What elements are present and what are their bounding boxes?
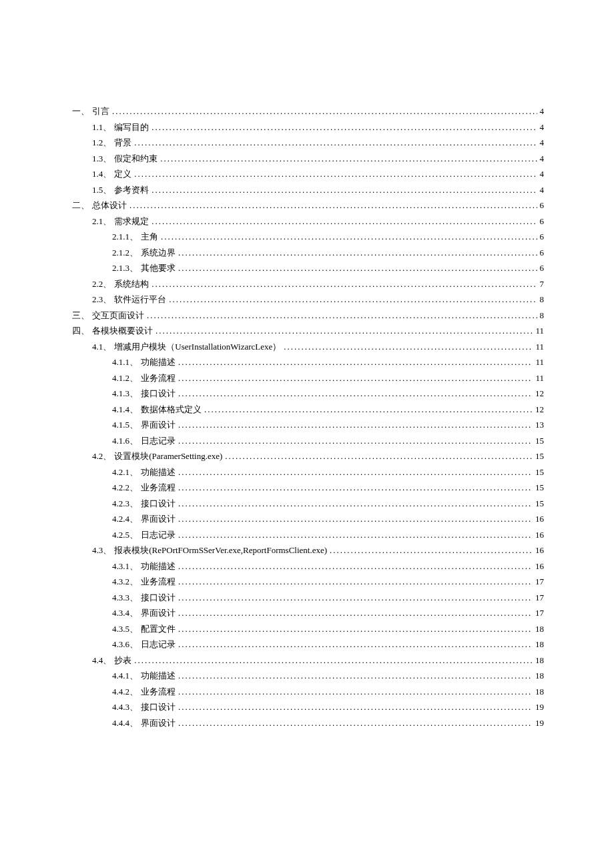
toc-entry[interactable]: 4.2.5、日志记录16 xyxy=(72,527,544,543)
toc-entry[interactable]: 4.2.2、业务流程15 xyxy=(72,480,544,496)
toc-page-number: 15 xyxy=(535,448,544,464)
toc-entry[interactable]: 4.2.4、界面设计16 xyxy=(72,511,544,527)
toc-number: 1.1、 xyxy=(92,119,111,135)
toc-number: 4.2.2、 xyxy=(112,480,138,496)
toc-page-number: 15 xyxy=(535,433,544,449)
toc-title: 接口设计 xyxy=(141,699,176,715)
toc-entry[interactable]: 4.1.6、日志记录15 xyxy=(72,433,544,449)
toc-title: 系统结构 xyxy=(114,276,149,292)
toc-leader xyxy=(178,621,533,637)
toc-page-number: 4 xyxy=(540,103,545,119)
toc-number: 4.2.3、 xyxy=(112,496,138,512)
toc-number: 2.2、 xyxy=(92,276,111,292)
toc-leader xyxy=(178,574,533,590)
toc-page-number: 11 xyxy=(535,339,544,355)
toc-title: 系统边界 xyxy=(141,245,176,261)
toc-leader xyxy=(225,448,533,464)
toc-page-number: 16 xyxy=(535,527,544,543)
toc-entry[interactable]: 4.2、设置模块(ParamerSetting.exe)15 xyxy=(72,448,544,464)
toc-entry[interactable]: 1.3、假定和约束4 xyxy=(72,151,544,167)
toc-entry[interactable]: 4.4.2、业务流程18 xyxy=(72,684,544,700)
toc-entry[interactable]: 2.1.2、系统边界6 xyxy=(72,245,544,261)
toc-entry[interactable]: 2.1、需求规定6 xyxy=(72,213,544,230)
toc-title: 接口设计 xyxy=(141,386,176,402)
toc-entry[interactable]: 2.1.1、主角6 xyxy=(72,229,544,245)
toc-entry[interactable]: 4.1.2、业务流程11 xyxy=(72,370,544,386)
toc-entry[interactable]: 4.3.3、接口设计17 xyxy=(72,590,544,606)
toc-entry[interactable]: 1.2、背景4 xyxy=(72,135,544,151)
toc-number: 一、 xyxy=(72,103,89,119)
toc-title: 假定和约束 xyxy=(114,151,158,167)
toc-entry[interactable]: 4.3.1、功能描述16 xyxy=(72,558,544,574)
toc-leader xyxy=(151,182,537,198)
toc-number: 4.1.1、 xyxy=(112,354,138,370)
toc-entry[interactable]: 1.1、编写目的4 xyxy=(72,119,544,135)
toc-page-number: 12 xyxy=(535,402,544,418)
toc-entry[interactable]: 4.2.1、功能描述15 xyxy=(72,464,544,480)
toc-number: 4.2.1、 xyxy=(112,464,138,480)
toc-entry[interactable]: 4.3、报表模块(RePOrtFOrmSSerVer.exe,ReportFor… xyxy=(72,542,544,558)
toc-title: 报表模块(RePOrtFOrmSSerVer.exe,ReportFormsCl… xyxy=(114,542,327,558)
toc-entry[interactable]: 2.2、系统结构7 xyxy=(72,276,544,292)
toc-title: 其他要求 xyxy=(141,260,176,276)
toc-leader xyxy=(178,496,533,512)
toc-page-number: 18 xyxy=(535,636,544,653)
toc-entry[interactable]: 2.3、软件运行平台8 xyxy=(72,292,544,308)
toc-entry[interactable]: 二、总体设计6 xyxy=(72,197,544,213)
toc-leader xyxy=(178,386,533,402)
toc-entry[interactable]: 1.5、参考资料4 xyxy=(72,182,544,198)
toc-entry[interactable]: 4.4、抄表18 xyxy=(72,653,544,669)
toc-number: 4.4.4、 xyxy=(112,715,138,731)
toc-title: 界面设计 xyxy=(141,605,176,621)
toc-entry[interactable]: 4.1.3、接口设计12 xyxy=(72,386,544,402)
toc-entry[interactable]: 4.3.2、业务流程17 xyxy=(72,574,544,590)
toc-number: 4.4、 xyxy=(92,653,111,669)
toc-number: 4.4.2、 xyxy=(112,684,138,700)
toc-entry[interactable]: 四、各模块概要设计11 xyxy=(72,323,544,339)
toc-entry[interactable]: 4.1.4、数据体格式定义12 xyxy=(72,402,544,418)
toc-number: 4.2.4、 xyxy=(112,511,138,527)
toc-title: 抄表 xyxy=(114,653,131,669)
toc-entry[interactable]: 4.4.3、接口设计19 xyxy=(72,699,544,715)
toc-entry[interactable]: 4.2.3、接口设计15 xyxy=(72,496,544,512)
toc-entry[interactable]: 4.3.4、界面设计17 xyxy=(72,605,544,621)
toc-number: 4.1.4、 xyxy=(112,402,138,418)
toc-leader xyxy=(178,417,533,433)
toc-page-number: 4 xyxy=(540,151,545,167)
toc-entry[interactable]: 4.1、增减用户模块（UserInstallationWizarcLexe）11 xyxy=(72,339,544,355)
toc-entry[interactable]: 4.4.4、界面设计19 xyxy=(72,715,544,731)
toc-leader xyxy=(178,245,537,261)
toc-entry[interactable]: 1.4、定义4 xyxy=(72,166,544,182)
toc-page-number: 8 xyxy=(540,292,545,308)
toc-leader xyxy=(161,229,537,245)
toc-title: 定义 xyxy=(114,166,131,182)
toc-page-number: 19 xyxy=(535,715,544,731)
toc-entry[interactable]: 一、引言4 xyxy=(72,103,544,119)
toc-entry[interactable]: 2.1.3、其他要求6 xyxy=(72,260,544,276)
toc-number: 4.3.5、 xyxy=(112,621,138,637)
toc-title: 数据体格式定义 xyxy=(141,402,202,418)
toc-title: 软件运行平台 xyxy=(114,292,166,308)
toc-page-number: 18 xyxy=(535,653,544,669)
toc-leader xyxy=(134,135,537,151)
toc-entry[interactable]: 三、交互页面设计8 xyxy=(72,308,544,324)
toc-entry[interactable]: 4.1.5、界面设计13 xyxy=(72,417,544,433)
toc-page-number: 7 xyxy=(540,276,545,292)
toc-number: 1.3、 xyxy=(92,151,111,167)
toc-number: 4.1.3、 xyxy=(112,386,138,402)
toc-entry[interactable]: 4.1.1、功能描述11 xyxy=(72,354,544,370)
toc-title: 总体设计 xyxy=(92,197,127,213)
toc-entry[interactable]: 4.3.5、配置文件18 xyxy=(72,621,544,637)
toc-page-number: 11 xyxy=(535,323,544,339)
toc-page-number: 17 xyxy=(535,574,544,590)
toc-entry[interactable]: 4.4.1、功能描述18 xyxy=(72,668,544,684)
toc-entry[interactable]: 4.3.6、日志记录18 xyxy=(72,636,544,653)
toc-title: 业务流程 xyxy=(141,480,176,496)
toc-leader xyxy=(178,684,533,700)
toc-page-number: 17 xyxy=(535,590,544,606)
toc-title: 接口设计 xyxy=(141,496,176,512)
toc-leader xyxy=(151,119,537,135)
toc-number: 1.5、 xyxy=(92,182,111,198)
toc-number: 4.2、 xyxy=(92,448,111,464)
toc-number: 4.3.6、 xyxy=(112,636,138,653)
